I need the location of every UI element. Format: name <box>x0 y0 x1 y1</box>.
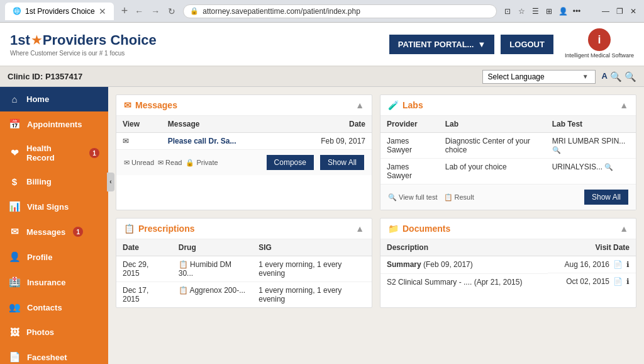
tab-close-icon[interactable]: ✕ <box>99 6 106 16</box>
sidebar-item-home[interactable]: ⌂ Home <box>0 87 108 111</box>
messages-col-date: Date <box>285 116 372 133</box>
insurance-icon: 🏥 <box>9 276 21 288</box>
docs-col-description: Description <box>380 239 548 256</box>
prescriptions-collapse-btn[interactable]: ▲ <box>355 224 364 234</box>
patient-portal-label: PATIENT PORTAL... <box>398 40 474 49</box>
messages-collapse-btn[interactable]: ▲ <box>355 100 364 110</box>
sidebar-item-label: Contacts <box>27 303 62 312</box>
table-row: ✉ Please call Dr. Sa... Feb 09, 2017 <box>116 133 372 150</box>
labs-collapse-btn[interactable]: ▲ <box>619 100 628 110</box>
close-window-btn[interactable]: ✕ <box>628 6 639 17</box>
bookmark-icon[interactable]: ⊡ <box>502 6 513 17</box>
logo-prefix: 1st <box>10 32 30 48</box>
sidebar-item-vital-signs[interactable]: 📊 Vital Signs <box>0 194 108 219</box>
calendar-icon: 📅 <box>9 118 21 130</box>
labs-title-icon: 🧪 <box>388 100 399 110</box>
more-icon[interactable]: ••• <box>571 6 582 17</box>
sidebar-item-health-record[interactable]: ❤ Health Record 1 <box>0 137 108 169</box>
contacts-icon: 👥 <box>9 302 21 313</box>
labs-provider-2: James Sawyer <box>380 159 439 185</box>
browser-tab[interactable]: 🌐 1st Providers Choice ✕ <box>5 3 114 20</box>
labs-test-1: MRI LUMBAR SPIN... 🔍 <box>546 133 636 159</box>
docs-col-visit-date: Visit Date <box>548 239 636 256</box>
ims-text: Intelligent Medical Software <box>565 52 634 60</box>
sidebar-item-contacts[interactable]: 👥 Contacts <box>0 295 108 320</box>
table-row: James Sawyer Diagnostic Center of your c… <box>380 133 636 159</box>
sidebar-item-profile[interactable]: 👤 Profile <box>0 244 108 270</box>
doc-info-icon-1[interactable]: ℹ <box>626 260 630 269</box>
labs-footer-links: 🔍 View full test 📋 Result <box>388 193 474 202</box>
browser-controls: ← → ↻ <box>133 5 178 18</box>
sidebar-collapse-btn[interactable]: ‹ <box>107 173 114 191</box>
messages-row-view-icon: ✉ <box>116 133 162 150</box>
font-resize-icon[interactable]: A <box>602 71 608 82</box>
messages-table: View Message Date ✉ Please call Dr. Sa..… <box>116 116 372 149</box>
envelope-icon: ✉ <box>9 226 20 237</box>
rx-sig-1: 1 every morning, 1 every evening <box>252 256 372 282</box>
labs-col-provider: Provider <box>380 116 439 133</box>
labs-lab-2: Lab of your choice <box>439 159 546 185</box>
rx-col-sig: SIG <box>252 239 372 256</box>
tools-icon[interactable]: ⊞ <box>543 6 555 17</box>
star-icon[interactable]: ☆ <box>516 6 527 17</box>
prescriptions-card: 📋 Prescriptions ▲ Date Drug SIG <box>116 218 372 308</box>
sidebar-item-photos[interactable]: 🖼 Photos <box>0 320 108 344</box>
tab-title: 1st Providers Choice <box>25 7 95 16</box>
result-link[interactable]: 📋 Result <box>444 193 474 202</box>
forward-btn[interactable]: → <box>149 5 162 18</box>
restore-btn[interactable]: ❐ <box>614 6 625 17</box>
address-bar[interactable]: 🔒 attorney.savepatienttime.com/patient/i… <box>183 4 497 18</box>
search-icon-1[interactable]: 🔍 <box>610 71 622 82</box>
labs-search-2[interactable]: 🔍 <box>604 163 613 171</box>
sidebar-item-appointments[interactable]: 📅 Appointments <box>0 111 108 137</box>
new-tab-icon[interactable]: + <box>121 4 128 18</box>
doc-info-icon-2[interactable]: ℹ <box>626 277 630 286</box>
documents-card-title: 📁 Documents <box>388 224 450 234</box>
documents-collapse-btn[interactable]: ▲ <box>619 224 628 234</box>
labs-test-2: URINALYSIS... 🔍 <box>546 159 636 185</box>
doc-view-icon-1[interactable]: 📄 <box>613 260 623 269</box>
main-layout: ⌂ Home 📅 Appointments ❤ Health Record 1 … <box>0 87 644 364</box>
compose-button[interactable]: Compose <box>267 155 314 170</box>
patient-portal-button[interactable]: PATIENT PORTAL... ▼ <box>389 35 494 54</box>
account-icon[interactable]: 👤 <box>557 6 569 17</box>
menu-icon[interactable]: ☰ <box>530 6 541 17</box>
sidebar-item-messages[interactable]: ✉ Messages 1 <box>0 219 108 244</box>
docs-date-2: Oct 02, 2015 📄ℹ <box>548 273 636 290</box>
docs-date-1: Aug 16, 2016 📄ℹ <box>548 256 636 273</box>
labs-card-header: 🧪 Labs ▲ <box>380 95 636 116</box>
labs-search-1[interactable]: 🔍 <box>552 146 561 154</box>
messages-row-subject[interactable]: Please call Dr. Sa... <box>162 133 285 150</box>
prescriptions-card-header: 📋 Prescriptions ▲ <box>116 219 372 239</box>
logo-area: 1st ★ Providers Choice Where Customer Se… <box>10 32 157 57</box>
language-select[interactable]: Select Language ▼ <box>482 70 596 84</box>
messages-badge: 1 <box>73 227 83 237</box>
view-full-test-link[interactable]: 🔍 View full test <box>388 193 438 202</box>
messages-row-date: Feb 09, 2017 <box>285 133 372 150</box>
patient-portal-chevron: ▼ <box>477 40 486 49</box>
messages-card-body: View Message Date ✉ Please call Dr. Sa..… <box>116 116 372 149</box>
chart-icon: 📊 <box>9 201 21 212</box>
sidebar-item-facesheet[interactable]: 📄 Facesheet <box>0 344 108 364</box>
rx-drug-1: 📋 Humibid DM 30... <box>172 256 253 282</box>
search-icons: A 🔍 🔍 <box>602 71 636 82</box>
messages-col-view: View <box>116 116 162 133</box>
labs-card-footer: 🔍 View full test 📋 Result Show All <box>380 184 636 210</box>
logo: 1st ★ Providers Choice <box>10 32 157 48</box>
refresh-btn[interactable]: ↻ <box>165 5 178 18</box>
content-area: ✉ Messages ▲ View Message Date <box>108 87 644 364</box>
documents-card: 📁 Documents ▲ Description Visit Date <box>380 218 636 308</box>
messages-show-all-button[interactable]: Show All <box>320 155 364 170</box>
prescriptions-title-icon: 📋 <box>124 224 135 234</box>
logout-button[interactable]: LOGOUT <box>501 35 553 54</box>
sidebar-item-insurance[interactable]: 🏥 Insurance <box>0 270 108 295</box>
back-btn[interactable]: ← <box>133 5 145 18</box>
minimize-btn[interactable]: — <box>600 6 611 17</box>
sidebar-item-label: Messages <box>26 227 65 237</box>
doc-view-icon-2[interactable]: 📄 <box>613 277 623 286</box>
labs-show-all-button[interactable]: Show All <box>584 190 628 205</box>
rx-drug-2: 📋 Aggrenox 200-... <box>172 282 253 308</box>
sidebar-item-label: Facesheet <box>27 353 67 362</box>
sidebar-item-billing[interactable]: $ Billing ‹ <box>0 169 108 194</box>
search-icon-2[interactable]: 🔍 <box>625 71 636 82</box>
